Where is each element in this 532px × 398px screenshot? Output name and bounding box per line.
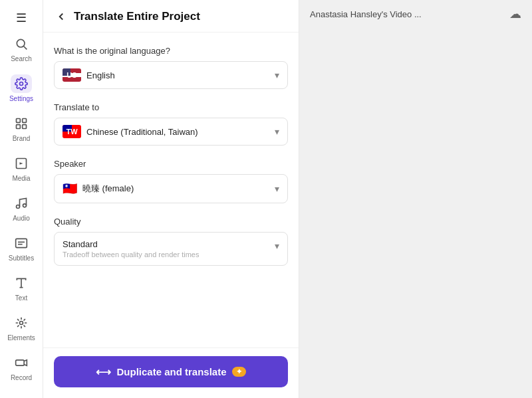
sidebar-top: ☰ <box>0 5 43 28</box>
search-icon <box>15 37 28 50</box>
chevron-down-icon-3: ▾ <box>275 183 279 194</box>
sidebar-item-search[interactable]: Search <box>0 28 43 68</box>
svg-rect-6 <box>23 125 27 129</box>
duplicate-translate-button[interactable]: ⟷ Duplicate and translate ✦ <box>54 356 288 387</box>
speaker-label: Speaker <box>54 159 288 169</box>
media-icon <box>15 157 28 170</box>
sidebar-item-search-label: Search <box>11 55 32 62</box>
translate-to-label: Translate to <box>54 102 288 112</box>
sidebar-item-record-label: Record <box>11 374 32 381</box>
settings-icon <box>15 77 28 90</box>
original-language-value: English <box>86 70 115 80</box>
sidebar-item-text[interactable]: Text <box>0 267 43 307</box>
sidebar-item-elements[interactable]: Elements <box>0 307 43 347</box>
subtitles-icon-wrap <box>11 234 32 252</box>
quality-select-left: Standard Tradeoff between quality and re… <box>63 239 199 258</box>
sidebar-item-settings-label: Settings <box>9 95 33 102</box>
sidebar-item-elements-label: Elements <box>7 334 35 342</box>
translate-to-select[interactable]: TW Chinese (Traditional, Taiwan) ▾ <box>54 118 288 146</box>
back-icon <box>55 11 67 23</box>
chevron-down-icon: ▾ <box>275 70 279 80</box>
cloud-icon: ☁ <box>509 7 521 21</box>
svg-line-1 <box>24 47 27 50</box>
sidebar-item-settings[interactable]: Settings <box>0 68 43 108</box>
svg-rect-14 <box>16 360 25 365</box>
translate-btn-label: Duplicate and translate <box>116 366 226 377</box>
sidebar-item-brand-label: Brand <box>13 135 31 142</box>
canvas-header: Anastasia Hansley's Video ... ☁ <box>299 0 532 28</box>
sidebar-item-subtitles[interactable]: Subtitles <box>0 227 43 267</box>
original-language-select[interactable]: US English ▾ <box>54 61 288 89</box>
translate-to-select-left: TW Chinese (Traditional, Taiwan) <box>63 125 198 138</box>
translate-panel: Translate Entire Project What is the ori… <box>43 0 299 398</box>
original-language-select-left: US English <box>63 68 115 82</box>
elements-icon <box>15 316 28 330</box>
chevron-down-icon-4: ▾ <box>275 241 279 251</box>
speaker-flag-icon: 🇹🇼 <box>63 181 77 196</box>
svg-point-9 <box>23 204 27 207</box>
brand-icon <box>15 117 28 130</box>
sidebar-item-text-label: Text <box>15 294 27 302</box>
quality-label: Quality <box>54 217 288 227</box>
panel-footer: ⟷ Duplicate and translate ✦ <box>43 348 299 398</box>
text-icon-wrap <box>11 274 32 292</box>
media-icon-wrap <box>11 154 32 173</box>
sidebar-item-media[interactable]: Media <box>0 148 43 187</box>
sidebar-item-audio[interactable]: Audio <box>0 187 43 227</box>
svg-rect-5 <box>17 125 21 129</box>
hamburger-icon[interactable]: ☰ <box>16 11 27 25</box>
sidebar-item-record[interactable]: Record <box>0 347 43 387</box>
svg-rect-3 <box>17 119 21 123</box>
us-flag-icon: US <box>63 68 81 82</box>
svg-point-8 <box>17 205 20 209</box>
record-icon <box>15 356 28 369</box>
tw-flag-icon: TW <box>63 125 81 138</box>
speaker-select-left: 🇹🇼 曉臻 (female) <box>63 181 134 196</box>
svg-point-13 <box>20 322 23 325</box>
settings-icon-wrap <box>11 74 32 93</box>
panel-title: Translate Entire Project <box>74 10 200 23</box>
panel-content: What is the original language? US Englis… <box>43 33 299 348</box>
quality-content: Standard Tradeoff between quality and re… <box>63 239 199 258</box>
canvas-body <box>299 28 532 398</box>
quality-subtitle: Tradeoff between quality and render time… <box>63 250 199 258</box>
project-title: Anastasia Hansley's Video ... <box>310 9 422 19</box>
speaker-select[interactable]: 🇹🇼 曉臻 (female) ▾ <box>54 174 288 203</box>
subtitles-icon <box>15 237 28 250</box>
sidebar-item-brand[interactable]: Brand <box>0 108 43 148</box>
star-badge: ✦ <box>232 367 246 377</box>
speaker-group: Speaker 🇹🇼 曉臻 (female) ▾ <box>54 159 288 203</box>
audio-icon <box>15 197 28 210</box>
speaker-value: 曉臻 (female) <box>82 183 134 195</box>
canvas-area: Anastasia Hansley's Video ... ☁ <box>299 0 532 398</box>
svg-rect-10 <box>16 239 27 247</box>
back-button[interactable] <box>54 9 68 24</box>
audio-icon-wrap <box>11 194 32 213</box>
translate-icon: ⟷ <box>96 365 111 378</box>
chevron-down-icon-2: ▾ <box>275 126 279 137</box>
quality-group: Quality Standard Tradeoff between qualit… <box>54 217 288 266</box>
svg-rect-4 <box>23 119 27 123</box>
brand-icon-wrap <box>11 114 32 133</box>
search-icon-wrap <box>11 35 32 53</box>
elements-icon-wrap <box>11 314 32 332</box>
original-language-group: What is the original language? US Englis… <box>54 46 288 89</box>
translate-to-value: Chinese (Traditional, Taiwan) <box>86 127 198 137</box>
sidebar-item-audio-label: Audio <box>13 215 30 222</box>
sidebar: ☰ Search Settings Brand <box>0 0 43 398</box>
svg-point-0 <box>17 39 25 47</box>
quality-value: Standard <box>63 239 199 249</box>
sidebar-item-media-label: Media <box>12 175 30 182</box>
svg-point-2 <box>20 82 23 86</box>
panel-header: Translate Entire Project <box>43 0 299 33</box>
original-language-label: What is the original language? <box>54 46 288 56</box>
quality-select[interactable]: Standard Tradeoff between quality and re… <box>54 232 288 266</box>
sidebar-item-subtitles-label: Subtitles <box>9 254 34 262</box>
record-icon-wrap <box>11 353 32 372</box>
translate-to-group: Translate to TW Chinese (Traditional, Ta… <box>54 102 288 146</box>
text-icon <box>15 276 28 290</box>
